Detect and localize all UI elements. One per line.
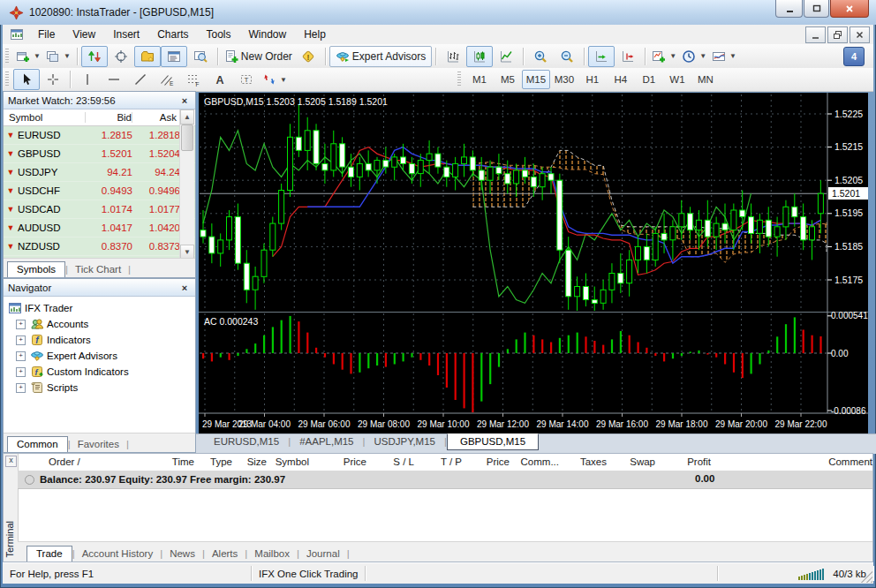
terminal-tab-trade[interactable]: Trade	[26, 546, 72, 562]
text-label-tool-button[interactable]: T	[233, 69, 260, 90]
terminal-column-price[interactable]: Price	[487, 456, 510, 467]
terminal-column-comm[interactable]: Comm...	[521, 456, 559, 467]
timeframe-d1-button[interactable]: D1	[635, 70, 663, 89]
market-watch-titlebar[interactable]: Market Watch: 23:59:56 ×	[4, 92, 195, 109]
expand-plus-icon[interactable]: +	[16, 367, 26, 377]
expand-plus-icon[interactable]: +	[16, 383, 26, 393]
market-watch-button[interactable]	[81, 46, 108, 67]
minimize-button[interactable]	[775, 0, 803, 18]
auto-scroll-button[interactable]	[588, 46, 615, 67]
navigator-tab-favorites[interactable]: Favorites	[71, 437, 126, 452]
expand-plus-icon[interactable]: +	[16, 320, 26, 329]
timeframe-h4-button[interactable]: H4	[607, 70, 635, 89]
cursor-tool-button[interactable]	[13, 69, 40, 90]
timeframe-w1-button[interactable]: W1	[663, 70, 691, 89]
scrollbar-thumb[interactable]	[181, 124, 193, 151]
column-header-symbol[interactable]: Symbol	[4, 112, 86, 123]
crosshair-tool-button[interactable]	[40, 69, 66, 90]
chart-shift-button[interactable]	[615, 46, 641, 67]
expand-plus-icon[interactable]: +	[16, 335, 26, 345]
navigator-button[interactable]	[134, 46, 161, 67]
expert-advisors-button[interactable]: Expert Advisors	[329, 46, 432, 67]
menu-item-charts[interactable]: Charts	[148, 26, 197, 43]
terminal-tab-alerts[interactable]: Alerts	[205, 547, 245, 562]
menu-item-insert[interactable]: Insert	[104, 26, 148, 43]
market-watch-row-nzdusd[interactable]: ▼NZDUSD0.83700.8373	[4, 237, 195, 256]
market-watch-tab-tick-chart[interactable]: Tick Chart	[68, 262, 128, 277]
terminal-column-symbol[interactable]: Symbol	[276, 456, 309, 467]
menu-item-file[interactable]: File	[29, 26, 64, 43]
notifications-badge[interactable]: 4	[843, 47, 865, 66]
market-watch-row-usdjpy[interactable]: ▼USDJPY94.2194.24	[4, 163, 195, 182]
market-watch-tab-symbols[interactable]: Symbols	[7, 261, 65, 277]
timeframe-m30-button[interactable]: M30	[550, 70, 578, 89]
chart-tab-usdjpym15[interactable]: USDJPY,M15	[366, 434, 444, 449]
terminal-tab-journal[interactable]: Journal	[299, 547, 347, 562]
terminal-column-comment[interactable]: Comment	[828, 456, 872, 467]
terminal-column-profit[interactable]: Profit	[687, 456, 711, 467]
menu-item-view[interactable]: View	[64, 26, 104, 43]
toolbar-grip[interactable]	[457, 72, 461, 87]
menu-item-tools[interactable]: Tools	[198, 26, 240, 43]
navigator-item-accounts[interactable]: +Accounts	[14, 316, 195, 332]
horizontal-line-tool-button[interactable]	[101, 69, 127, 90]
toolbar-grip[interactable]	[5, 72, 9, 87]
dropdown-arrow-icon[interactable]: ▼	[64, 52, 71, 60]
profiles-button[interactable]: ▼	[43, 46, 73, 67]
menu-item-window[interactable]: Window	[240, 26, 296, 43]
scroll-up-icon[interactable]: ▲	[180, 109, 194, 124]
terminal-tab-news[interactable]: News	[162, 547, 202, 562]
terminal-button[interactable]	[161, 46, 187, 67]
templates-button[interactable]: ▼	[709, 46, 739, 67]
timeframe-h1-button[interactable]: H1	[578, 70, 607, 89]
chart-bars-button[interactable]	[440, 46, 466, 67]
timeframe-mn-button[interactable]: MN	[691, 70, 720, 89]
navigator-close-icon[interactable]: ×	[178, 283, 191, 293]
navigator-item-custom-indicators[interactable]: +fCustom Indicators	[14, 364, 195, 380]
column-header-ask[interactable]: Ask	[132, 112, 177, 123]
new-chart-button[interactable]: ▼	[13, 46, 43, 67]
timeframe-m5-button[interactable]: M5	[494, 70, 522, 89]
new-order-button[interactable]: New Order	[222, 46, 295, 67]
zoom-out-button[interactable]	[554, 46, 580, 67]
equidistant-channel-tool-button[interactable]: E	[154, 69, 180, 90]
terminal-column-order[interactable]: Order /	[49, 456, 80, 467]
periods-button[interactable]: ▼	[679, 46, 709, 67]
terminal-column-tp[interactable]: T / P	[441, 456, 462, 467]
chart-tab-aaplm15[interactable]: #AAPL,M15	[291, 434, 362, 449]
expand-plus-icon[interactable]: +	[16, 351, 26, 361]
market-watch-row-usdcad[interactable]: ▼USDCAD1.01741.0177	[4, 200, 195, 219]
terminal-column-price[interactable]: Price	[344, 456, 366, 467]
dropdown-arrow-icon[interactable]: ▼	[729, 52, 736, 60]
dropdown-arrow-icon[interactable]: ▼	[669, 52, 676, 60]
balance-row[interactable]: Balance: 230.97 Equity: 230.97 Free marg…	[18, 471, 872, 489]
terminal-column-sl[interactable]: S / L	[393, 456, 414, 467]
maximize-button[interactable]	[804, 0, 829, 18]
menu-item-help[interactable]: Help	[295, 26, 335, 43]
price-chart[interactable]: 1.52251.52151.52051.51951.51851.51751.52…	[199, 93, 868, 433]
mdi-close-button[interactable]	[850, 26, 870, 43]
navigator-root-item[interactable]: IFX Trader	[7, 300, 195, 316]
title-bar[interactable]: 1020890: InstaTrader - [GBPUSD,M15]	[0, 0, 876, 25]
navigator-tab-common[interactable]: Common	[7, 436, 68, 452]
market-watch-row-audusd[interactable]: ▼AUDUSD1.04171.0420	[4, 219, 195, 237]
mdi-restore-button[interactable]	[827, 26, 848, 43]
dropdown-arrow-icon[interactable]: ▼	[280, 76, 287, 84]
terminal-column-type[interactable]: Type	[210, 456, 232, 467]
market-watch-scrollbar[interactable]: ▲ ▼	[179, 109, 194, 260]
toolbar-grip[interactable]	[5, 49, 9, 64]
alerts-button[interactable]: !	[295, 46, 321, 67]
navigator-item-expert-advisors[interactable]: +Expert Advisors	[14, 348, 195, 364]
mdi-minimize-button[interactable]	[805, 26, 826, 43]
terminal-column-size[interactable]: Size	[247, 456, 267, 467]
fibonacci-tool-button[interactable]: F	[180, 69, 207, 90]
chart-candles-button[interactable]	[466, 46, 493, 67]
trendline-tool-button[interactable]	[127, 69, 154, 90]
status-trading-mode[interactable]: IFX One Click Trading	[252, 566, 366, 581]
navigator-item-scripts[interactable]: +Scripts	[14, 380, 195, 396]
data-window-button[interactable]	[108, 46, 134, 67]
market-watch-row-eurusd[interactable]: ▼EURUSD1.28151.2818	[4, 126, 195, 145]
market-watch-close-icon[interactable]: ×	[178, 95, 191, 106]
market-watch-row-usdchf[interactable]: ▼USDCHF0.94930.9496	[4, 182, 195, 200]
terminal-tab-account-history[interactable]: Account History	[75, 547, 161, 562]
